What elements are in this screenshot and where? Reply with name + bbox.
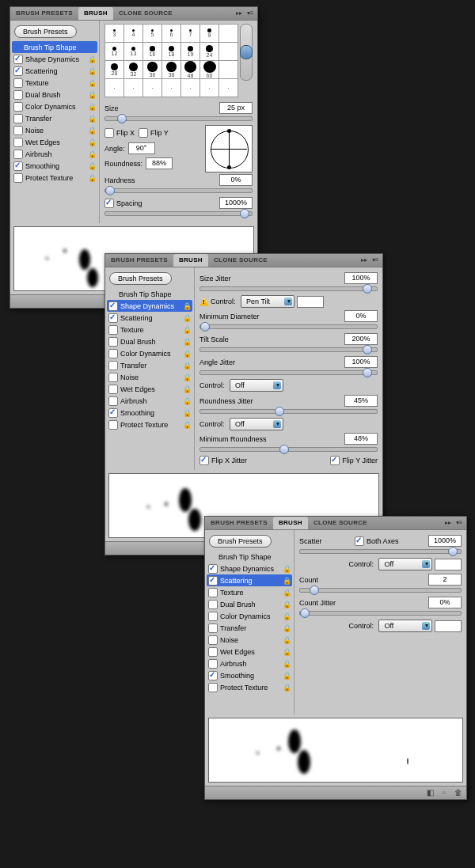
sidebar-checkbox[interactable] [13,90,23,100]
sidebar-checkbox[interactable] [108,408,118,418]
brush-size-grid[interactable]: 345679121316181924283236384860······· [104,24,238,97]
sidebar-checkbox[interactable] [108,420,118,430]
brush-swatch[interactable]: · [200,79,218,97]
tab-clone-source[interactable]: CLONE SOURCE [208,254,273,267]
size-input[interactable]: 25 px [219,102,253,114]
roundness-jitter-slider[interactable] [200,409,378,414]
sidebar-item-noise[interactable]: Noise🔒 [12,124,97,136]
sidebar-checkbox[interactable] [108,325,118,335]
sidebar-item-wet-edges[interactable]: Wet Edges🔒 [12,136,97,148]
brush-swatch[interactable]: 36 [143,61,162,78]
scatter-control-select[interactable]: Off [378,558,432,570]
size-jitter-input[interactable]: 100% [344,272,378,284]
menu-icon[interactable]: ▾≡ [455,519,463,527]
lock-icon[interactable]: 🔒 [283,684,291,692]
brush-swatch[interactable]: 4 [124,25,142,42]
lock-icon[interactable]: 🔒 [88,67,96,75]
lock-icon[interactable]: 🔒 [183,385,191,393]
min-roundness-input[interactable]: 48% [344,433,378,445]
brush-swatch[interactable]: 18 [162,43,180,60]
lock-icon[interactable]: 🔒 [283,589,291,597]
lock-icon[interactable]: 🔒 [183,350,191,358]
sidebar-item-dual-brush[interactable]: Dual Brush🔒 [12,89,97,100]
count-slider[interactable] [299,588,462,593]
collapse-icon[interactable]: ▸▸ [235,9,243,17]
brush-swatch[interactable]: 28 [105,61,124,78]
brush-swatch[interactable]: 16 [143,43,162,60]
sidebar-item-scattering[interactable]: Scattering🔒 [207,574,292,586]
brush-swatch[interactable] [219,25,238,42]
sidebar-checkbox[interactable] [108,301,118,311]
size-control-select[interactable]: Pen Tilt [241,295,294,308]
sidebar-item-color-dynamics[interactable]: Color Dynamics🔒 [12,100,97,112]
lock-icon[interactable]: 🔒 [283,612,291,620]
sidebar-checkbox[interactable] [108,385,118,394]
angle-jitter-input[interactable]: 100% [344,356,378,368]
sidebar-item-shape-dynamics[interactable]: Shape Dynamics🔒 [207,563,292,574]
sidebar-item-texture[interactable]: Texture🔒 [207,586,292,598]
lock-icon[interactable]: 🔒 [283,577,291,585]
menu-icon[interactable]: ▾≡ [371,256,379,264]
lock-icon[interactable]: 🔒 [88,162,96,170]
size-slider[interactable] [104,116,253,121]
sidebar-checkbox[interactable] [208,659,218,669]
lock-icon[interactable]: 🔒 [183,338,191,346]
collapse-icon[interactable]: ▸▸ [444,519,452,527]
tab-brush[interactable]: BRUSH [78,7,113,20]
sidebar-checkbox[interactable] [108,373,118,382]
brush-swatch[interactable]: 48 [181,61,200,78]
lock-icon[interactable]: 🔒 [88,115,96,123]
lock-icon[interactable]: 🔒 [283,672,291,680]
sidebar-checkbox[interactable] [208,564,218,574]
lock-icon[interactable]: 🔒 [183,362,191,370]
tab-brush-presets[interactable]: BRUSH PRESETS [10,7,78,20]
sidebar-checkbox[interactable] [13,102,23,112]
min-roundness-slider[interactable] [200,447,378,452]
sidebar-checkbox[interactable] [108,349,118,358]
lock-icon[interactable]: 🔒 [183,397,191,405]
lock-icon[interactable]: 🔒 [283,648,291,656]
brush-swatch[interactable]: 6 [162,25,180,42]
sidebar-checkbox[interactable] [208,624,218,633]
sidebar-item-scattering[interactable]: Scattering🔒 [12,65,97,77]
sidebar-checkbox[interactable] [13,114,23,123]
lock-icon[interactable]: 🔒 [183,421,191,429]
lock-icon[interactable]: 🔒 [183,314,191,322]
hardness-input[interactable]: 0% [219,174,253,186]
lock-icon[interactable]: 🔒 [88,150,96,158]
lock-icon[interactable]: 🔒 [88,55,96,63]
lock-icon[interactable]: 🔒 [88,79,96,87]
tab-clone-source[interactable]: CLONE SOURCE [113,7,178,20]
sidebar-item-airbrush[interactable]: Airbrush🔒 [207,658,292,669]
lock-icon[interactable]: 🔒 [283,660,291,668]
new-icon[interactable]: ▫ [439,788,449,798]
menu-icon[interactable]: ▾≡ [246,9,254,17]
brush-presets-button[interactable]: Brush Presets [109,272,172,285]
sidebar-checkbox[interactable] [13,126,23,135]
brush-swatch[interactable]: 7 [181,25,200,42]
spacing-input[interactable]: 1000% [219,197,253,209]
sidebar-item-brush-tip-shape[interactable]: Brush Tip Shape [12,41,97,53]
flip-y-checkbox[interactable] [139,128,148,138]
footer-icon[interactable]: ◧ [425,788,435,798]
count-jitter-control-input[interactable] [435,620,462,632]
tilt-scale-input[interactable]: 200% [344,333,378,345]
sidebar-item-smoothing[interactable]: Smoothing🔒 [12,160,97,172]
count-jitter-slider[interactable] [299,611,462,616]
sidebar-item-noise[interactable]: Noise🔒 [107,371,192,383]
scatter-input[interactable]: 1000% [428,535,462,547]
spacing-slider[interactable] [104,211,253,216]
sidebar-item-dual-brush[interactable]: Dual Brush🔒 [107,335,192,347]
sidebar-checkbox[interactable] [208,635,218,645]
sidebar-item-protect-texture[interactable]: Protect Texture🔒 [207,681,292,693]
sidebar-item-transfer[interactable]: Transfer🔒 [107,359,192,371]
roundness-input[interactable]: 88% [146,157,173,169]
sidebar-checkbox[interactable] [108,313,118,323]
roundness-control-select[interactable]: Off [230,418,283,430]
brush-swatch[interactable]: 5 [143,25,162,42]
angle-jitter-slider[interactable] [200,370,378,375]
tab-brush-presets[interactable]: BRUSH PRESETS [205,517,273,529]
scatter-control-input[interactable] [435,559,462,570]
sidebar-checkbox[interactable] [13,78,23,88]
sidebar-item-transfer[interactable]: Transfer🔒 [207,622,292,634]
